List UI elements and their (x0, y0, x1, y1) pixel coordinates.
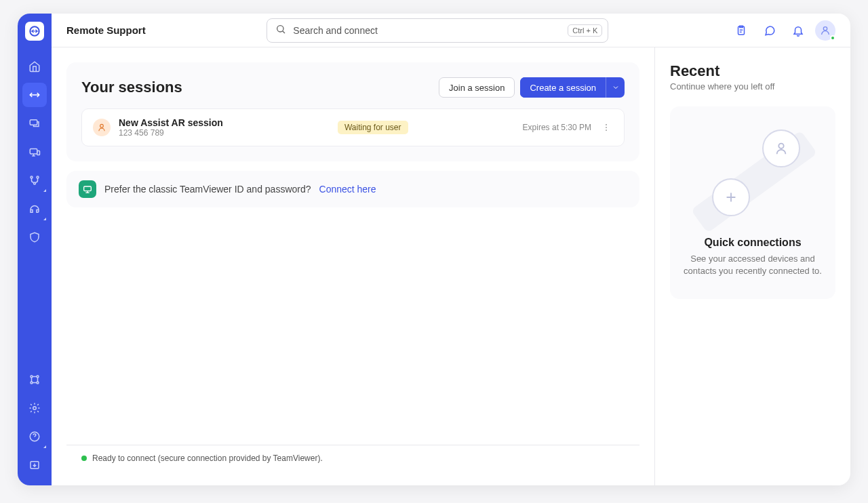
nav-feedback[interactable] (22, 453, 47, 477)
svg-point-22 (778, 144, 783, 148)
recent-heading: Recent (670, 62, 835, 80)
quick-connections-desc: See your accessed devices and contacts y… (684, 253, 822, 277)
svg-rect-21 (84, 186, 92, 191)
svg-point-17 (100, 124, 104, 127)
create-session-button[interactable]: Create a session (520, 77, 606, 98)
svg-point-11 (33, 407, 37, 410)
svg-point-7 (31, 376, 33, 378)
search-shortcut: Ctrl + K (568, 24, 602, 37)
nav-devices[interactable] (22, 140, 47, 164)
quick-connections-illustration (692, 128, 814, 223)
svg-point-10 (37, 382, 39, 384)
status-online-dot (830, 35, 835, 41)
nav-messages[interactable] (22, 111, 47, 136)
classic-prompt-text: Prefer the classic TeamViewer ID and pas… (104, 184, 311, 195)
svg-point-19 (606, 127, 607, 128)
session-status-badge: Waiting for user (338, 121, 408, 134)
connection-status-text: Ready to connect (secure connection prov… (92, 454, 323, 463)
connect-here-link[interactable]: Connect here (319, 184, 376, 195)
search-icon (275, 24, 286, 37)
user-avatar[interactable] (815, 20, 835, 41)
session-name: New Assist AR session (119, 117, 223, 128)
nav-help[interactable] (22, 424, 47, 449)
notifications-icon[interactable] (787, 19, 810, 42)
quick-connections-card: Quick connections See your accessed devi… (670, 106, 835, 299)
search-input[interactable]: Ctrl + K (267, 18, 608, 43)
nav-home[interactable] (22, 54, 47, 79)
svg-point-8 (37, 376, 39, 378)
clipboard-icon[interactable] (730, 19, 753, 42)
nav-settings[interactable] (22, 396, 47, 420)
connection-status-dot (81, 456, 87, 461)
user-icon (762, 129, 800, 167)
nav-support[interactable] (22, 197, 47, 221)
session-type-icon (93, 119, 111, 136)
svg-point-4 (31, 176, 33, 178)
nav-security[interactable] (22, 225, 47, 249)
page-title: Remote Support (66, 24, 146, 36)
app-logo[interactable] (25, 22, 44, 41)
svg-rect-3 (37, 151, 40, 155)
quick-connections-title: Quick connections (684, 237, 822, 249)
session-more-menu[interactable] (599, 123, 613, 132)
svg-point-14 (277, 25, 283, 31)
svg-point-18 (606, 124, 607, 125)
sessions-heading: Your sessions (81, 79, 182, 96)
svg-rect-2 (30, 149, 37, 155)
chat-icon[interactable] (758, 19, 781, 42)
session-code: 123 456 789 (119, 128, 223, 138)
svg-point-9 (31, 382, 33, 384)
svg-point-5 (37, 176, 39, 178)
svg-rect-1 (30, 120, 37, 125)
plus-icon (712, 178, 750, 216)
join-session-button[interactable]: Join a session (439, 77, 515, 98)
session-expires: Expires at 5:30 PM (523, 123, 591, 132)
create-session-dropdown[interactable] (606, 77, 625, 98)
recent-subtitle: Continue where you left off (670, 81, 835, 92)
svg-point-16 (823, 26, 827, 30)
search-field[interactable] (293, 25, 561, 36)
classic-mode-icon (79, 180, 96, 198)
svg-point-6 (34, 182, 36, 184)
svg-point-20 (606, 129, 607, 131)
nav-remote-support[interactable] (22, 83, 47, 107)
nav-workflows[interactable] (22, 168, 47, 193)
nav-integrations[interactable] (22, 367, 47, 392)
session-row[interactable]: New Assist AR session 123 456 789 Waitin… (81, 108, 625, 146)
